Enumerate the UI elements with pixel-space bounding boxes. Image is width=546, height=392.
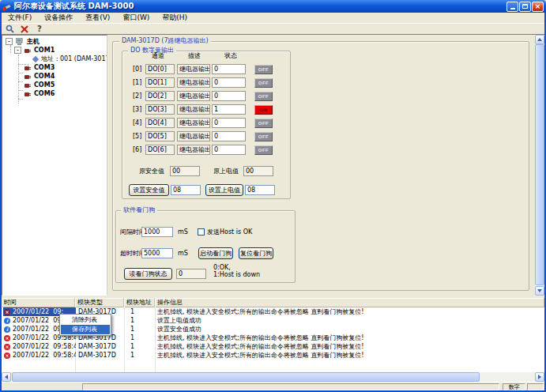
window-border-left — [0, 13, 2, 392]
menu-file[interactable]: 文件(F) — [2, 13, 38, 23]
do-index: [5] — [133, 131, 141, 141]
scroll-up-icon[interactable] — [535, 35, 544, 44]
set-safe-value-button[interactable]: 设置安全值 — [129, 184, 169, 196]
tree-node-com6[interactable]: COM6 — [24, 89, 55, 98]
set-power-value-input[interactable] — [245, 185, 275, 195]
log-horizontal-scrollbar[interactable] — [2, 372, 544, 382]
do-desc-box: 继电器输出 — [177, 64, 210, 74]
context-menu-save-list[interactable]: 保存列表 — [61, 325, 110, 334]
tree-com3-label: COM3 — [34, 64, 55, 71]
com-port-icon — [24, 82, 32, 89]
log-row[interactable]: 2007/01/22 09:58:40 × DAM-3017D 1 主机掉线, … — [2, 351, 544, 360]
do-toggle-button[interactable]: OFF — [254, 92, 273, 101]
expander-com1[interactable]: - — [14, 47, 21, 54]
log-info: 主机掉线, 模块进入安全模式;所有的输出命令将被忽略 直到看门狗被复位! — [157, 307, 543, 316]
tree-com1-label: COM1 — [34, 47, 55, 54]
menu-device-ops[interactable]: 设备操作 — [38, 13, 79, 23]
vertical-scroll-thumb[interactable] — [535, 44, 544, 285]
maximize-button[interactable] — [519, 2, 531, 12]
tree-node-address[interactable]: 地址：001 (DAM-3017D) — [32, 55, 107, 63]
send-host-ok-label: 发送Host is OK — [207, 227, 252, 237]
read-watchdog-status-button[interactable]: 读看门狗状态 — [124, 268, 172, 280]
send-host-ok-checkbox[interactable] — [198, 228, 205, 236]
error-icon: × — [4, 352, 10, 359]
timeout-input[interactable] — [141, 248, 173, 258]
tree-node-host[interactable]: 主机 — [16, 37, 40, 46]
do-desc-box: 继电器输出 — [177, 77, 210, 88]
menu-window[interactable]: 窗口(W) — [116, 13, 156, 23]
status-message-pane — [82, 383, 499, 390]
log-row[interactable]: 2007/01/22 09:58:41 × DAM-3017D 1 主机掉线, … — [2, 342, 544, 351]
context-menu-clear-list[interactable]: 清除列表 — [61, 315, 110, 325]
log-info: 主机掉线, 模块进入安全模式;所有的输出命令将被忽略 直到看门狗被复位! — [157, 342, 543, 351]
log-col-time[interactable]: 时间 — [2, 298, 75, 307]
start-watchdog-button[interactable]: 启动看门狗 — [198, 247, 233, 259]
interval-input[interactable] — [141, 227, 173, 237]
log-addr: 1 — [128, 342, 155, 351]
menu-bar: 文件(F) 设备操作 查看(V) 窗口(W) 帮助(H) — [2, 13, 544, 23]
error-icon: × — [4, 309, 10, 315]
app-window: 阿尔泰设备测试系统 DAM-3000 × 文件(F) 设备操作 查看(V) 窗口… — [0, 0, 546, 392]
computer-icon — [16, 38, 24, 46]
orig-power-value-box: 00 — [243, 166, 273, 176]
do-toggle-button[interactable]: OFF — [254, 132, 273, 141]
device-tree: - 主机 - COM1 地址：001 (DAM-3017D) — [2, 35, 107, 296]
search-icon[interactable] — [5, 24, 14, 34]
tree-node-com4[interactable]: COM4 — [24, 72, 55, 81]
do-channel-box: DO[4] — [145, 118, 175, 128]
log-info: 主机掉线, 模块进入安全模式;所有的输出命令将被忽略 直到看门狗被复位! — [157, 351, 543, 360]
do-index: [4] — [133, 118, 141, 128]
minimize-button[interactable] — [506, 2, 518, 12]
tree-node-com1[interactable]: COM1 — [24, 46, 55, 55]
orig-safe-label: 原安全值 — [139, 166, 164, 176]
tree-node-com3[interactable]: COM3 — [24, 63, 55, 72]
log-col-module-type[interactable]: 模块类型 — [75, 298, 124, 307]
do-status-box: 0 — [212, 91, 246, 101]
close-button[interactable]: × — [532, 2, 544, 12]
log-col-info[interactable]: 操作信息 — [155, 298, 544, 307]
do-toggle-button[interactable]: ON — [254, 105, 273, 115]
set-power-value-button[interactable]: 设置上电值 — [205, 184, 243, 196]
reset-watchdog-button[interactable]: 复位看门狗 — [239, 247, 273, 259]
do-desc-box: 继电器输出 — [177, 91, 210, 101]
context-menu: 清除列表 保存列表 — [59, 314, 111, 336]
do-channel-box: DO[6] — [145, 145, 175, 155]
tree-address-label: 地址：001 (DAM-3017D) — [41, 55, 107, 62]
do-col-status: 状态 — [224, 51, 237, 61]
help-icon[interactable]: ? — [35, 24, 44, 34]
scroll-right-icon[interactable] — [535, 372, 544, 382]
do-channel-box: DO[2] — [145, 91, 175, 101]
scroll-left-icon[interactable] — [2, 372, 11, 382]
log-addr: 1 — [128, 307, 155, 316]
do-index: [1] — [133, 77, 141, 88]
delete-icon[interactable] — [20, 24, 29, 34]
do-status-box: 0 — [212, 145, 246, 155]
main-vertical-scrollbar[interactable] — [535, 35, 544, 296]
toolbar: ? — [2, 23, 544, 34]
scroll-down-icon[interactable] — [535, 286, 544, 296]
log-time: 2007/01/22 09:58:41 — [3, 342, 76, 351]
do-toggle-button[interactable]: OFF — [254, 119, 273, 128]
menu-view[interactable]: 查看(V) — [79, 13, 116, 23]
menu-help[interactable]: 帮助(H) — [156, 13, 194, 23]
log-addr: 1 — [128, 334, 155, 342]
com-port-icon — [24, 65, 32, 71]
do-toggle-button[interactable]: OFF — [254, 65, 273, 74]
do-desc-box: 继电器输出 — [177, 104, 210, 115]
do-col-desc: 描述 — [188, 51, 201, 61]
log-addr: 1 — [128, 325, 155, 334]
do-desc-box: 继电器输出 — [177, 118, 210, 128]
log-module: DAM-3017D — [77, 342, 124, 351]
set-safe-value-input[interactable] — [171, 185, 201, 195]
expander-host[interactable]: - — [6, 38, 13, 45]
watchdog-hint-line1: 0:OK, — [213, 264, 231, 271]
do-toggle-button[interactable]: OFF — [254, 78, 273, 88]
horizontal-scroll-thumb[interactable] — [12, 372, 480, 382]
tree-node-com5[interactable]: COM5 — [24, 81, 55, 89]
tree-host-label: 主机 — [27, 38, 40, 45]
log-col-module-addr[interactable]: 模块地址 — [124, 298, 155, 307]
com-port-icon — [24, 47, 32, 54]
do-toggle-button[interactable]: OFF — [254, 145, 273, 155]
do-desc-box: 继电器输出 — [177, 145, 210, 155]
tree-com6-label: COM6 — [34, 90, 55, 97]
